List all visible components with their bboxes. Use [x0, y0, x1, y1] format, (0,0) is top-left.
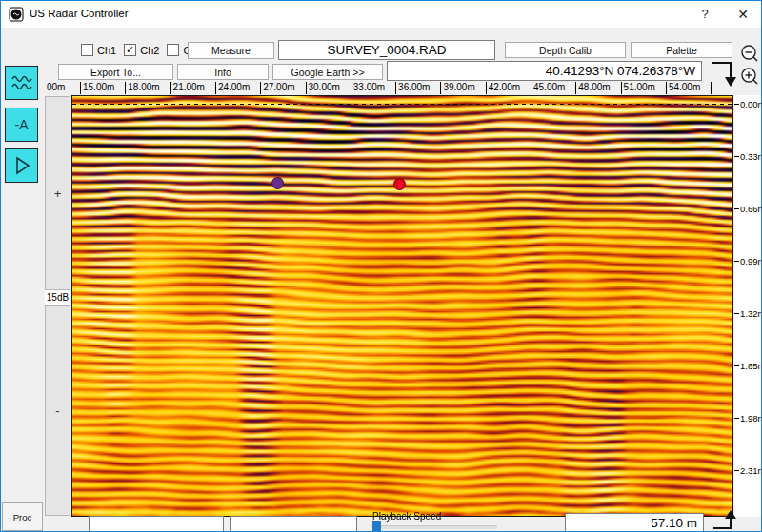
bottom-field-1[interactable]: [89, 516, 224, 532]
ruler-tick-label: 30.00m: [306, 82, 340, 94]
measure-button[interactable]: Measure: [188, 42, 274, 59]
depth-tick-label: 1.32m: [740, 308, 762, 319]
depth-tick-label: 2.31m: [740, 465, 762, 476]
attenuation-button[interactable]: -A: [5, 108, 38, 142]
distance-readout: 57.10 m: [565, 513, 704, 532]
depth-tick-label: 0.99m: [740, 256, 762, 266]
depth-tick: [734, 418, 739, 419]
depth-tick: [734, 313, 739, 314]
checkbox-unchecked-icon[interactable]: [81, 44, 93, 56]
proc-button[interactable]: Proc: [2, 502, 43, 531]
ruler-tick-label: 21.00m: [170, 82, 205, 94]
window-title: US Radar Controller: [30, 8, 129, 19]
depth-tick: [734, 104, 739, 105]
playback-speed-slider[interactable]: [371, 521, 497, 532]
close-button[interactable]: ✕: [727, 1, 759, 28]
checkbox-checked-icon[interactable]: ✓: [124, 44, 136, 56]
checkbox-unchecked-icon[interactable]: [167, 44, 179, 56]
ruler-tick-label: 39.00m: [440, 82, 474, 94]
gain-increase-button[interactable]: +: [45, 96, 70, 290]
radargram-canvas[interactable]: [72, 96, 732, 516]
slider-thumb[interactable]: [372, 521, 381, 532]
filter-button[interactable]: [5, 66, 38, 100]
app-logo-icon: [9, 7, 24, 22]
ruler-tick-label: 24.00m: [215, 82, 250, 94]
gain-decrease-button[interactable]: -: [45, 305, 70, 516]
export-button[interactable]: Export To...: [58, 64, 173, 80]
zoom-out-icon[interactable]: [739, 43, 760, 64]
channel-toggle-ch1[interactable]: Ch1: [81, 44, 116, 56]
filter-icon: [10, 70, 34, 95]
palette-button[interactable]: Palette: [631, 42, 732, 58]
depth-tick: [734, 208, 739, 209]
app-window: US Radar Controller ? ✕ Ch1✓Ch2Ch3 Measu…: [0, 0, 762, 532]
title-bar: US Radar Controller ? ✕: [1, 1, 761, 28]
depth-tick: [734, 365, 739, 366]
ruler-partial-label: 00m: [47, 82, 65, 92]
ruler-tick-label: 36.00m: [395, 82, 430, 94]
depth-tick: [734, 470, 739, 471]
depth-tick-label: 0.00m: [740, 99, 762, 109]
coordinates-field[interactable]: 40.41293°N 074.26378°W: [387, 61, 702, 81]
distance-ruler: 00m15.00m18.00m21.00m24.00m27.00m30.00m3…: [1, 81, 762, 95]
ruler-tick-label: 18.00m: [125, 82, 159, 94]
ruler-tick-label: 45.00m: [531, 82, 565, 94]
ruler-tick-label: 48.00m: [575, 82, 610, 94]
depth-calib-button[interactable]: Depth Calib: [505, 42, 626, 58]
depth-scale: 0.00m0.33m0.66m0.99m1.32m1.65m1.98m2.31m: [734, 95, 762, 517]
ruler-tick-label: 42.00m: [486, 82, 520, 94]
play-button[interactable]: [5, 148, 38, 183]
depth-tick: [734, 156, 739, 157]
ruler-tick-label: 15.00m: [80, 82, 114, 94]
play-icon: [10, 154, 33, 177]
slider-track[interactable]: [371, 525, 497, 529]
scroll-up-icon[interactable]: [710, 509, 744, 532]
depth-tick-label: 0.66m: [740, 204, 762, 214]
ruler-tick-label: 54.00m: [666, 82, 700, 94]
bottom-field-2[interactable]: [230, 516, 357, 532]
google-earth-button[interactable]: Google Earth >>: [272, 64, 383, 80]
ruler-tick-label: 51.00m: [621, 82, 655, 94]
channel-label: Ch2: [140, 45, 159, 56]
depth-tick-label: 1.65m: [740, 361, 762, 371]
channel-label: Ch1: [97, 45, 116, 56]
channel-toggle-ch2[interactable]: ✓Ch2: [124, 44, 159, 56]
info-button[interactable]: Info: [177, 64, 269, 80]
ruler-tick-label: 33.00m: [351, 82, 385, 94]
ruler-tick-label: 27.00m: [260, 82, 294, 94]
time-zero-line: [72, 104, 732, 105]
channel-checkboxes: Ch1✓Ch2Ch3: [81, 44, 203, 56]
radargram-view[interactable]: [71, 95, 733, 517]
attenuation-icon: -A: [15, 117, 29, 132]
marker-purple[interactable]: [271, 177, 284, 189]
depth-tick-label: 0.33m: [740, 151, 762, 162]
filename-field[interactable]: SURVEY_0004.RAD: [278, 40, 495, 60]
marker-red[interactable]: [393, 178, 406, 190]
help-button[interactable]: ?: [689, 1, 721, 28]
depth-tick: [734, 261, 739, 262]
ruler-tick: [711, 82, 713, 94]
depth-tick-label: 1.98m: [740, 413, 762, 424]
gain-value-label: 15dB: [45, 290, 70, 305]
